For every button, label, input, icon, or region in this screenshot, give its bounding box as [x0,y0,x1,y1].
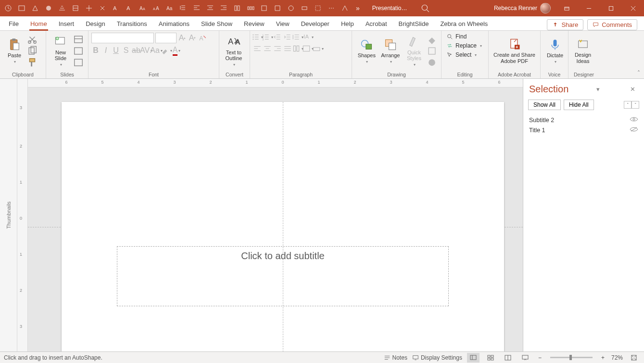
arrange-button[interactable]: Arrange▾ [379,36,403,66]
send-backward-button[interactable]: ˅ [631,101,639,109]
tab-brightslide[interactable]: BrightSlide [393,17,435,30]
align-left-button[interactable] [253,44,262,53]
qat-overflow-button[interactable]: » [354,4,362,12]
tab-transitions[interactable]: Transitions [111,17,153,30]
paste-button[interactable]: Paste▾ [3,36,26,66]
tab-insert[interactable]: Insert [53,17,80,30]
visibility-toggle-icon[interactable] [630,116,638,124]
tab-file[interactable]: File [3,17,25,30]
zoom-slider[interactable] [550,357,593,358]
increase-font-icon[interactable]: A▴ [178,34,187,42]
qat-icon[interactable] [71,4,80,13]
format-painter-button[interactable] [27,57,38,68]
qat-icon[interactable] [314,4,322,13]
select-button[interactable]: Select▾ [444,51,479,59]
clear-formatting-icon[interactable]: A [198,34,207,42]
font-color-button[interactable]: A▾ [172,46,181,55]
zoom-level[interactable]: 72% [611,354,623,361]
tab-view[interactable]: View [270,17,295,30]
qat-icon[interactable] [17,4,26,13]
strikethrough-button[interactable]: ab [132,46,140,55]
reading-view-button[interactable] [502,353,514,363]
slide[interactable]: Click to add subtitle [62,102,504,351]
hide-all-button[interactable]: Hide All [564,100,594,110]
slide-stage[interactable]: Click to add subtitle [28,88,523,351]
underline-button[interactable]: U [112,46,120,55]
reset-button[interactable] [73,46,84,56]
zoom-slider-thumb[interactable] [569,355,572,360]
zoom-in-button[interactable]: + [599,354,606,361]
thumbnails-panel-collapsed[interactable]: Thumbnails [0,79,17,351]
tab-developer[interactable]: Developer [295,17,335,30]
layout-button[interactable] [73,34,84,45]
qat-icon[interactable] [287,4,295,13]
close-button[interactable] [622,0,644,16]
show-all-button[interactable]: Show All [528,100,561,110]
italic-button[interactable]: I [101,46,110,55]
display-settings-button[interactable]: Display Settings [412,354,462,361]
tab-design[interactable]: Design [80,17,111,30]
comments-button[interactable]: Comments [587,19,637,30]
qat-icon[interactable] [327,4,336,13]
font-size-input[interactable] [155,33,177,43]
font-name-input[interactable] [91,33,154,43]
qat-changecase-icon[interactable]: Aa [165,4,174,13]
minimize-button[interactable] [578,0,600,16]
qat-icon[interactable]: AA [152,4,161,13]
qat-align-icon[interactable] [192,4,201,13]
qat-icon[interactable] [44,4,53,13]
qat-align-icon[interactable] [233,4,241,13]
subtitle-placeholder[interactable]: Click to add subtitle [117,246,449,306]
align-right-button[interactable] [273,44,282,53]
shapes-button[interactable]: Shapes▾ [355,36,379,66]
qat-font-icon[interactable]: A [112,4,120,13]
smartart-button[interactable]: ▾ [314,44,322,53]
highlight-button[interactable]: ▾ [162,46,171,55]
design-ideas-button[interactable]: Design Ideas [571,36,594,66]
bold-button[interactable]: B [91,46,100,55]
increase-indent-button[interactable] [283,33,292,41]
numbering-button[interactable]: 123▾ [263,33,272,41]
adobe-pdf-button[interactable]: Create and Share Adobe PDF [492,36,537,66]
autosave-icon[interactable] [4,4,13,13]
slide-sorter-view-button[interactable] [484,353,497,363]
columns-button[interactable]: ▾ [293,44,302,53]
dictate-button[interactable]: Dictate▾ [543,36,567,66]
visibility-toggle-icon[interactable] [630,126,638,134]
new-slide-button[interactable]: New Slide▾ [49,33,72,69]
tab-zebra[interactable]: Zebra on Wheels [434,17,493,30]
qat-linespacing-icon[interactable] [179,4,188,13]
qat-font-icon[interactable]: A [125,4,134,13]
shape-fill-button[interactable] [427,34,437,45]
decrease-indent-button[interactable] [273,33,282,41]
normal-view-button[interactable] [467,353,480,363]
shape-effects-button[interactable] [427,57,437,68]
collapse-ribbon-icon[interactable]: ˄ [637,70,640,76]
tab-acrobat[interactable]: Acrobat [360,17,393,30]
share-button[interactable]: Share [547,19,583,30]
cut-button[interactable] [27,34,38,45]
fit-to-window-button[interactable] [628,353,640,363]
justify-button[interactable] [283,44,292,53]
selection-item[interactable]: Title 1 [529,125,638,135]
find-button[interactable]: Find [444,33,468,40]
qat-icon[interactable] [31,4,39,13]
replace-button[interactable]: Replace▾ [444,42,484,50]
maximize-button[interactable] [600,0,622,16]
text-direction-button[interactable]: ⅠA▾ [303,33,312,41]
qat-icon[interactable] [341,4,349,13]
bullets-button[interactable]: ▾ [253,33,262,41]
character-spacing-button[interactable]: AV▾ [142,46,151,55]
slideshow-view-button[interactable] [519,353,531,363]
tab-home[interactable]: Home [25,17,53,30]
align-text-button[interactable]: ▾ [303,44,312,53]
close-pane-icon[interactable]: ✕ [627,86,638,93]
qat-icon[interactable]: AA [139,4,147,13]
qat-icon[interactable] [58,4,66,13]
qat-icon[interactable] [98,4,107,13]
shadow-button[interactable]: S [122,46,130,55]
change-case-button[interactable]: Aa▾ [152,46,161,55]
ribbon-display-options-button[interactable] [556,0,578,16]
qat-icon[interactable] [260,4,268,13]
search-icon[interactable] [421,4,429,13]
